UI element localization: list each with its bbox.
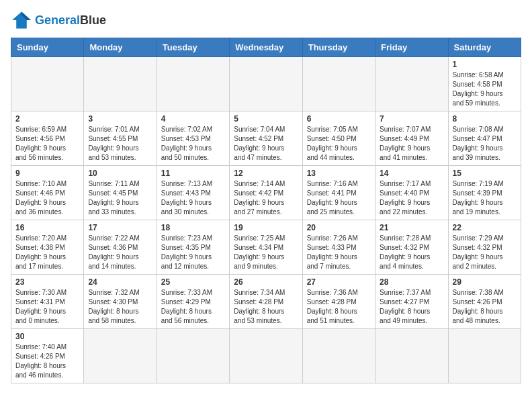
day-number: 20 <box>307 223 371 232</box>
day-info: Sunrise: 7:33 AMSunset: 4:29 PMDaylight:… <box>161 288 225 326</box>
day-number: 25 <box>161 277 225 287</box>
calendar-cell: 25Sunrise: 7:33 AMSunset: 4:29 PMDayligh… <box>157 275 229 329</box>
calendar-cell <box>157 329 229 383</box>
calendar-week-row: 9Sunrise: 7:10 AMSunset: 4:46 PMDaylight… <box>11 166 521 220</box>
day-number: 3 <box>88 114 152 124</box>
day-info: Sunrise: 7:26 AMSunset: 4:33 PMDaylight:… <box>307 234 371 271</box>
day-number: 2 <box>15 114 79 124</box>
calendar-cell: 11Sunrise: 7:13 AMSunset: 4:43 PMDayligh… <box>157 166 229 220</box>
calendar-cell: 15Sunrise: 7:19 AMSunset: 4:39 PMDayligh… <box>448 166 521 220</box>
day-number: 5 <box>234 114 298 124</box>
day-info: Sunrise: 7:25 AMSunset: 4:34 PMDaylight:… <box>234 234 298 271</box>
day-info: Sunrise: 7:14 AMSunset: 4:42 PMDaylight:… <box>234 179 298 217</box>
day-number: 22 <box>453 223 517 232</box>
calendar-cell: 24Sunrise: 7:32 AMSunset: 4:30 PMDayligh… <box>84 275 157 329</box>
weekday-header-tuesday: Tuesday <box>157 38 229 57</box>
calendar-cell: 7Sunrise: 7:07 AMSunset: 4:49 PMDaylight… <box>375 111 448 166</box>
day-info: Sunrise: 7:20 AMSunset: 4:38 PMDaylight:… <box>15 234 79 271</box>
weekday-header-monday: Monday <box>84 38 157 57</box>
logo: GeneralBlue <box>11 11 106 30</box>
day-info: Sunrise: 7:04 AMSunset: 4:52 PMDaylight:… <box>234 125 298 163</box>
day-info: Sunrise: 7:16 AMSunset: 4:41 PMDaylight:… <box>307 179 371 217</box>
day-info: Sunrise: 7:22 AMSunset: 4:36 PMDaylight:… <box>88 234 152 271</box>
calendar-week-row: 1Sunrise: 6:58 AMSunset: 4:58 PMDaylight… <box>11 57 521 111</box>
calendar-week-row: 23Sunrise: 7:30 AMSunset: 4:31 PMDayligh… <box>11 275 521 329</box>
calendar-cell: 14Sunrise: 7:17 AMSunset: 4:40 PMDayligh… <box>375 166 448 220</box>
day-info: Sunrise: 7:23 AMSunset: 4:35 PMDaylight:… <box>161 234 225 271</box>
day-info: Sunrise: 6:58 AMSunset: 4:58 PMDaylight:… <box>453 71 517 108</box>
day-info: Sunrise: 7:37 AMSunset: 4:27 PMDaylight:… <box>380 288 443 326</box>
weekday-header-wednesday: Wednesday <box>230 38 302 57</box>
calendar-cell: 23Sunrise: 7:30 AMSunset: 4:31 PMDayligh… <box>11 275 84 329</box>
calendar-cell: 1Sunrise: 6:58 AMSunset: 4:58 PMDaylight… <box>448 57 521 111</box>
calendar-cell <box>230 57 302 111</box>
day-number: 19 <box>234 223 298 232</box>
day-number: 18 <box>161 223 225 232</box>
calendar-cell: 16Sunrise: 7:20 AMSunset: 4:38 PMDayligh… <box>11 220 84 275</box>
calendar-cell <box>157 57 229 111</box>
day-info: Sunrise: 7:11 AMSunset: 4:45 PMDaylight:… <box>88 179 152 217</box>
day-info: Sunrise: 7:36 AMSunset: 4:28 PMDaylight:… <box>307 288 371 326</box>
day-number: 21 <box>380 223 443 232</box>
day-number: 8 <box>453 114 517 124</box>
weekday-header-sunday: Sunday <box>11 38 84 57</box>
day-number: 26 <box>234 277 298 287</box>
day-info: Sunrise: 7:28 AMSunset: 4:32 PMDaylight:… <box>380 234 443 271</box>
day-info: Sunrise: 7:32 AMSunset: 4:30 PMDaylight:… <box>88 288 152 326</box>
calendar-cell: 12Sunrise: 7:14 AMSunset: 4:42 PMDayligh… <box>230 166 302 220</box>
calendar-cell: 3Sunrise: 7:01 AMSunset: 4:55 PMDaylight… <box>84 111 157 166</box>
day-number: 12 <box>234 169 298 178</box>
day-info: Sunrise: 7:13 AMSunset: 4:43 PMDaylight:… <box>161 179 225 217</box>
day-info: Sunrise: 7:29 AMSunset: 4:32 PMDaylight:… <box>453 234 517 271</box>
day-info: Sunrise: 7:40 AMSunset: 4:26 PMDaylight:… <box>15 342 79 380</box>
day-info: Sunrise: 7:05 AMSunset: 4:50 PMDaylight:… <box>307 125 371 163</box>
day-info: Sunrise: 7:17 AMSunset: 4:40 PMDaylight:… <box>380 179 443 217</box>
page-header: GeneralBlue <box>11 11 521 30</box>
day-number: 9 <box>15 169 79 178</box>
calendar-cell: 8Sunrise: 7:08 AMSunset: 4:47 PMDaylight… <box>448 111 521 166</box>
calendar-cell <box>230 329 302 383</box>
day-info: Sunrise: 7:07 AMSunset: 4:49 PMDaylight:… <box>380 125 443 163</box>
calendar-cell <box>448 329 521 383</box>
calendar-table: SundayMondayTuesdayWednesdayThursdayFrid… <box>11 38 521 383</box>
calendar-cell: 30Sunrise: 7:40 AMSunset: 4:26 PMDayligh… <box>11 329 84 383</box>
calendar-cell <box>84 57 157 111</box>
calendar-cell <box>84 329 157 383</box>
calendar-cell: 27Sunrise: 7:36 AMSunset: 4:28 PMDayligh… <box>302 275 375 329</box>
calendar-cell <box>302 329 375 383</box>
calendar-cell: 10Sunrise: 7:11 AMSunset: 4:45 PMDayligh… <box>84 166 157 220</box>
calendar-cell: 18Sunrise: 7:23 AMSunset: 4:35 PMDayligh… <box>157 220 229 275</box>
calendar-cell: 20Sunrise: 7:26 AMSunset: 4:33 PMDayligh… <box>302 220 375 275</box>
calendar-week-row: 2Sunrise: 6:59 AMSunset: 4:56 PMDaylight… <box>11 111 521 166</box>
day-number: 24 <box>88 277 152 287</box>
day-number: 4 <box>161 114 225 124</box>
calendar-cell: 26Sunrise: 7:34 AMSunset: 4:28 PMDayligh… <box>230 275 302 329</box>
day-number: 23 <box>15 277 79 287</box>
calendar-cell: 28Sunrise: 7:37 AMSunset: 4:27 PMDayligh… <box>375 275 448 329</box>
calendar-cell: 13Sunrise: 7:16 AMSunset: 4:41 PMDayligh… <box>302 166 375 220</box>
day-info: Sunrise: 7:10 AMSunset: 4:46 PMDaylight:… <box>15 179 79 217</box>
calendar-week-row: 16Sunrise: 7:20 AMSunset: 4:38 PMDayligh… <box>11 220 521 275</box>
calendar-cell <box>302 57 375 111</box>
calendar-cell <box>11 57 84 111</box>
calendar-cell <box>375 329 448 383</box>
day-number: 15 <box>453 169 517 178</box>
day-number: 13 <box>307 169 371 178</box>
logo-icon <box>11 11 32 30</box>
day-info: Sunrise: 7:08 AMSunset: 4:47 PMDaylight:… <box>453 125 517 163</box>
day-info: Sunrise: 7:34 AMSunset: 4:28 PMDaylight:… <box>234 288 298 326</box>
day-number: 6 <box>307 114 371 124</box>
day-number: 29 <box>453 277 517 287</box>
day-info: Sunrise: 7:38 AMSunset: 4:26 PMDaylight:… <box>453 288 517 326</box>
calendar-cell: 22Sunrise: 7:29 AMSunset: 4:32 PMDayligh… <box>448 220 521 275</box>
weekday-header-saturday: Saturday <box>448 38 521 57</box>
calendar-cell: 19Sunrise: 7:25 AMSunset: 4:34 PMDayligh… <box>230 220 302 275</box>
calendar-cell: 4Sunrise: 7:02 AMSunset: 4:53 PMDaylight… <box>157 111 229 166</box>
calendar-cell: 21Sunrise: 7:28 AMSunset: 4:32 PMDayligh… <box>375 220 448 275</box>
calendar-cell: 9Sunrise: 7:10 AMSunset: 4:46 PMDaylight… <box>11 166 84 220</box>
calendar-cell <box>375 57 448 111</box>
day-info: Sunrise: 7:19 AMSunset: 4:39 PMDaylight:… <box>453 179 517 217</box>
calendar-cell: 5Sunrise: 7:04 AMSunset: 4:52 PMDaylight… <box>230 111 302 166</box>
weekday-header-friday: Friday <box>375 38 448 57</box>
day-number: 11 <box>161 169 225 178</box>
